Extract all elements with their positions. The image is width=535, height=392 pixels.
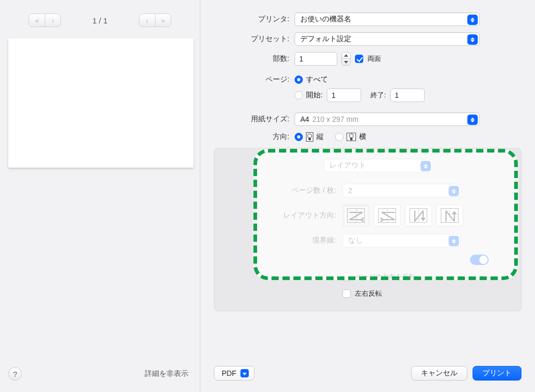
settings-pane: プリンタ: お使いの機器名 プリセット: デフォルト設定 部数: 1: [200, 0, 535, 392]
paper-size-label: 用紙サイズ:: [214, 115, 295, 124]
print-dialog: « ‹ 1 / 1 › » ? 詳細を非表示 プリンタ: お使いの機器名: [0, 0, 535, 392]
orientation-landscape-label: 横: [359, 132, 366, 142]
pages-from-label: 開始:: [306, 91, 323, 100]
pages-per-sheet-label: ページ数 / 枚:: [228, 186, 342, 195]
flip-horizontal-checkbox[interactable]: [342, 289, 351, 298]
left-bottom-bar: ? 詳細を非表示: [8, 367, 192, 381]
copies-input[interactable]: 1: [295, 52, 337, 66]
orientation-portrait-label: 縦: [316, 132, 324, 142]
flip-horizontal-label: 左右反転: [355, 289, 382, 298]
portrait-icon: [306, 132, 313, 142]
copies-label: 部数:: [214, 54, 295, 64]
printer-select[interactable]: お使いの機器名: [295, 12, 480, 26]
two-sided-label: 両面: [367, 54, 381, 64]
paper-size-select[interactable]: A4 210 x 297 mm: [295, 112, 480, 126]
border-value: なし: [348, 236, 363, 245]
border-select[interactable]: なし: [342, 234, 461, 247]
landscape-icon: [347, 133, 356, 141]
preset-label: プリセット:: [214, 34, 295, 44]
pages-to-label: 終了:: [371, 91, 386, 100]
two-sided-toggle[interactable]: [470, 255, 489, 265]
pages-per-sheet-select[interactable]: 2: [342, 184, 461, 197]
section-select[interactable]: レイアウト: [324, 159, 433, 172]
nav-next-last-group: › »: [139, 14, 171, 27]
toggle-details-button[interactable]: 詳細を非表示: [142, 367, 192, 381]
print-button[interactable]: プリント: [473, 366, 521, 381]
popup-arrows-icon: [449, 186, 459, 196]
section-value: レイアウト: [329, 161, 366, 170]
pages-to-input[interactable]: 1: [390, 88, 425, 102]
nav-first-button[interactable]: «: [29, 14, 45, 27]
popup-arrows-icon: [467, 15, 478, 25]
pages-label: ページ:: [214, 75, 295, 84]
paper-size-dim: 210 x 297 mm: [312, 115, 359, 123]
chevron-down-icon: [240, 369, 249, 377]
reverse-orientation-label: ページの方向を反転: [355, 272, 416, 282]
layout-dir-1-button[interactable]: [342, 205, 370, 226]
bottom-bar: PDF キャンセル プリント: [214, 366, 521, 381]
preview-page: [8, 39, 194, 168]
two-sided-checkbox[interactable]: [355, 55, 363, 63]
pages-per-sheet-value: 2: [348, 186, 352, 195]
nav-first-prev-group: « ‹: [29, 14, 61, 27]
border-label: 境界線:: [228, 236, 342, 245]
pages-all-radio[interactable]: [295, 75, 303, 84]
popup-arrows-icon: [449, 236, 459, 246]
layout-dir-3-button[interactable]: [405, 205, 432, 226]
layout-direction-group: [342, 205, 463, 226]
printer-label: プリンタ:: [214, 15, 295, 24]
preset-select[interactable]: デフォルト設定: [295, 32, 480, 46]
orientation-landscape-radio[interactable]: [335, 133, 343, 141]
paper-size-value: A4: [300, 115, 309, 123]
pages-all-label: すべて: [306, 75, 328, 84]
layout-direction-label: レイアウト方向:: [228, 211, 342, 220]
pages-range-radio[interactable]: [295, 91, 303, 99]
printer-value: お使いの機器名: [300, 15, 351, 24]
layout-dir-4-button[interactable]: [436, 205, 463, 226]
layout-panel: レイアウト ページ数 / 枚: 2 レイアウト方向:: [214, 148, 521, 311]
pages-from-input[interactable]: 1: [327, 88, 361, 102]
help-button[interactable]: ?: [8, 367, 22, 381]
popup-arrows-icon: [467, 115, 478, 125]
nav-next-button[interactable]: ›: [139, 14, 155, 27]
page-counter: 1 / 1: [92, 16, 107, 25]
pdf-button[interactable]: PDF: [214, 366, 254, 381]
nav-last-button[interactable]: »: [155, 14, 171, 27]
popup-arrows-icon: [421, 161, 431, 171]
preview-pane: « ‹ 1 / 1 › » ? 詳細を非表示: [0, 0, 200, 392]
popup-arrows-icon: [467, 34, 478, 45]
reverse-orientation-checkbox[interactable]: [342, 273, 351, 281]
pdf-label: PDF: [222, 369, 236, 377]
preset-value: デフォルト設定: [300, 34, 351, 44]
preview-nav: « ‹ 1 / 1 › »: [8, 14, 192, 27]
cancel-button[interactable]: キャンセル: [411, 366, 467, 381]
copies-stepper[interactable]: [341, 52, 351, 66]
orientation-portrait-radio[interactable]: [295, 133, 303, 141]
layout-dir-2-button[interactable]: [374, 205, 401, 226]
orientation-label: 方向:: [214, 132, 295, 142]
nav-prev-button[interactable]: ‹: [45, 14, 60, 27]
